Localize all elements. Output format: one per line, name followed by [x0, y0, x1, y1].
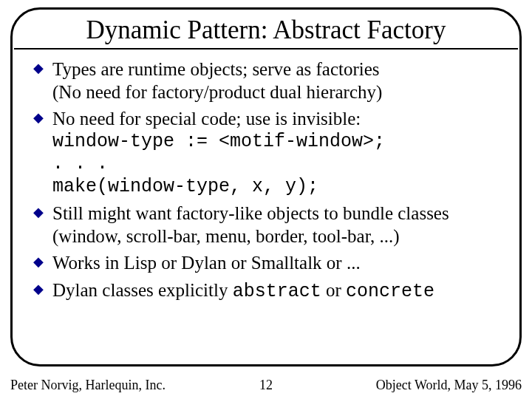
- bullet-line: make(window-type, x, y);: [52, 176, 500, 199]
- bullet-line: Types are runtime objects; serve as fact…: [52, 58, 500, 81]
- bullet-item: Still might want factory-like objects to…: [32, 202, 500, 248]
- bullet-list: Types are runtime objects; serve as fact…: [32, 58, 500, 303]
- bullet-line: Works in Lisp or Dylan or Smalltalk or .…: [52, 252, 500, 275]
- bullet-line: window-type := <motif-window>;: [52, 131, 500, 154]
- text-span: or: [321, 280, 346, 300]
- bullet-item: Dylan classes explicitly abstract or con…: [32, 279, 500, 304]
- slide-frame: Dynamic Pattern: Abstract Factory Types …: [10, 7, 522, 366]
- code-span: concrete: [346, 281, 434, 302]
- bullet-line: No need for special code; use is invisib…: [52, 108, 500, 131]
- text-span: Dylan classes explicitly: [52, 280, 233, 300]
- bullet-line: . . .: [52, 153, 500, 176]
- slide-title: Dynamic Pattern: Abstract Factory: [32, 16, 500, 45]
- bullet-line: Still might want factory-like objects to…: [52, 202, 500, 225]
- bullet-item: Types are runtime objects; serve as fact…: [32, 58, 500, 103]
- bullet-line: Dylan classes explicitly abstract or con…: [52, 279, 500, 304]
- bullet-item: Works in Lisp or Dylan or Smalltalk or .…: [32, 252, 500, 275]
- bullet-line: (window, scroll-bar, menu, border, tool-…: [52, 225, 500, 248]
- slide: Dynamic Pattern: Abstract Factory Types …: [0, 0, 532, 399]
- bullet-line: (No need for factory/product dual hierar…: [52, 81, 500, 104]
- code-span: abstract: [233, 281, 321, 302]
- title-rule: [14, 48, 518, 50]
- bullet-item: No need for special code; use is invisib…: [32, 108, 500, 198]
- footer-right: Object World, May 5, 1996: [376, 378, 522, 393]
